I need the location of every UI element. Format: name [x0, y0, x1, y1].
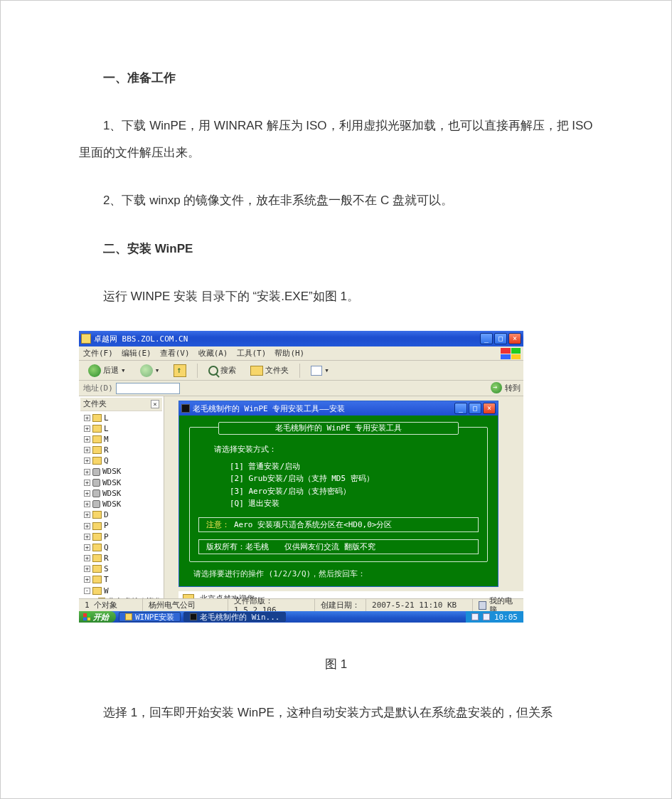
folders-label: 文件夹 — [265, 366, 289, 375]
expand-icon[interactable]: + — [84, 480, 90, 486]
task-label: WINPE安装 — [135, 613, 174, 622]
my-computer-icon — [479, 601, 486, 610]
folders-button[interactable]: 文件夹 — [245, 364, 294, 378]
window-title: 卓越网 BBS.ZOL.COM.CN — [94, 334, 188, 344]
expand-icon[interactable]: + — [84, 415, 90, 421]
tree-item-label: P — [104, 521, 109, 530]
go-button[interactable]: 转到 — [491, 382, 521, 393]
expand-icon[interactable]: + — [84, 523, 90, 529]
tree-item[interactable]: +T — [82, 574, 162, 585]
folder-icon — [92, 533, 102, 541]
installer-maximize-button[interactable]: □ — [469, 403, 481, 414]
folders-icon — [250, 366, 263, 376]
windows-start-icon — [83, 613, 90, 620]
installer-option-1[interactable]: [1] 普通安装/启动 — [230, 460, 479, 473]
tree-item[interactable]: +WDSK — [82, 499, 162, 509]
menu-file[interactable]: 文件(F) — [83, 349, 113, 358]
system-tray[interactable]: 10:05 — [466, 611, 523, 623]
status-objects: 1 个对象 — [79, 599, 143, 611]
folder-tree[interactable]: +L+L+M+R+Q+WDSK+WDSK+WDSK+WDSK+D+P+P+Q+R… — [80, 411, 162, 599]
menu-edit[interactable]: 编辑(E) — [122, 349, 151, 358]
address-label: 地址(D) — [83, 383, 113, 393]
forward-button[interactable]: ▾ — [135, 362, 165, 379]
expand-icon[interactable]: + — [84, 576, 90, 583]
taskbar-item-winpe[interactable]: WINPE安装 — [119, 612, 181, 622]
address-input[interactable] — [116, 383, 180, 394]
tree-item-label: WDSK — [102, 499, 122, 509]
minimize-button[interactable]: _ — [480, 333, 493, 344]
close-button[interactable]: × — [508, 333, 521, 344]
status-version: 文件部版：1.5.2.106 — [228, 599, 315, 611]
expand-icon[interactable]: + — [84, 544, 90, 551]
folder-icon — [92, 511, 102, 519]
expand-icon[interactable]: + — [84, 555, 90, 561]
tree-item[interactable]: +S — [82, 563, 162, 574]
views-button[interactable]: ▾ — [306, 364, 334, 378]
forward-icon — [140, 364, 153, 377]
expand-icon[interactable]: + — [84, 469, 90, 475]
expand-icon[interactable]: + — [84, 490, 90, 497]
console-icon — [181, 404, 190, 413]
tree-item[interactable]: +P — [82, 520, 162, 531]
drive-icon — [92, 490, 100, 497]
tree-item[interactable]: +L — [82, 423, 162, 434]
menu-favorites[interactable]: 收藏(A) — [198, 349, 228, 358]
folder-icon — [92, 425, 102, 433]
back-icon — [88, 364, 101, 377]
tree-item[interactable]: +WDSK — [82, 466, 162, 477]
expand-icon[interactable]: + — [84, 534, 90, 540]
installer-window: 老毛桃制作的 WinPE 专用安装工具——安装 _ □ × 老毛桃制作的 Win… — [178, 401, 498, 587]
sidebar-close-button[interactable]: × — [151, 400, 159, 408]
tree-item[interactable]: +Q — [82, 542, 162, 553]
tree-item[interactable]: +L — [82, 413, 162, 423]
explorer-window: 卓越网 BBS.ZOL.COM.CN _ □ × 文件(F) 编辑(E) 查看(… — [79, 331, 523, 623]
menu-help[interactable]: 帮助(H) — [274, 349, 304, 358]
chevron-down-icon: ▾ — [324, 366, 329, 375]
up-button[interactable] — [169, 362, 191, 379]
expand-icon[interactable]: + — [84, 566, 90, 572]
tree-item[interactable]: +R — [82, 553, 162, 563]
tree-item[interactable]: +Q — [82, 455, 162, 466]
para-3: 运行 WINPE 安装 目录下的 “安装.EXE”如图 1。 — [79, 283, 593, 309]
tree-item-label: WDSK — [102, 489, 122, 498]
para-4: 选择 1，回车即开始安装 WinPE，这种自动安装方式是默认在系统盘安装的，但关… — [79, 699, 593, 726]
folder-icon — [92, 522, 102, 530]
expand-icon[interactable]: + — [84, 436, 90, 443]
installer-close-button[interactable]: × — [483, 403, 496, 414]
chevron-down-icon: ▾ — [121, 366, 126, 375]
installer-option-2[interactable]: [2] Grub安装/启动（支持 MD5 密码） — [230, 472, 479, 485]
back-label: 后退 — [103, 366, 119, 375]
status-ext: 创建日期： — [315, 599, 366, 611]
file-listing[interactable]: 北京卓越欢迎您 — [178, 591, 523, 598]
tree-item[interactable]: +WDSK — [82, 477, 162, 488]
maximize-button[interactable]: □ — [494, 333, 507, 344]
installer-box: 老毛桃制作的 WinPE 专用安装工具 请选择安装方式： [1] 普通安装/启动… — [189, 427, 488, 562]
tree-item[interactable]: +M — [82, 434, 162, 445]
menu-tools[interactable]: 工具(T) — [237, 349, 267, 358]
back-button[interactable]: 后退 ▾ — [83, 362, 131, 379]
tree-item[interactable]: +D — [82, 509, 162, 520]
installer-option-q[interactable]: [Q] 退出安装 — [230, 497, 479, 510]
menu-view[interactable]: 查看(V) — [160, 349, 190, 358]
expand-icon[interactable]: + — [84, 501, 90, 507]
collapse-icon[interactable]: - — [84, 588, 90, 594]
expand-icon[interactable]: + — [84, 457, 90, 464]
installer-option-3[interactable]: [3] Aero安装/启动（支持密码） — [230, 485, 479, 498]
para-1: 1、下载 WinPE，用 WINRAR 解压为 ISO，利用虚拟光驱加载，也可以… — [79, 112, 593, 166]
search-button[interactable]: 搜索 — [203, 364, 241, 378]
tree-item-label: WDSK — [102, 478, 122, 487]
tree-item[interactable]: +P — [82, 531, 162, 542]
tree-item[interactable]: +WDSK — [82, 488, 162, 499]
heading-install: 二、安装 WinPE — [79, 236, 593, 262]
expand-icon[interactable]: + — [84, 512, 90, 518]
tree-item[interactable]: -W — [82, 586, 162, 596]
installer-select-label: 请选择安装方式： — [214, 445, 479, 454]
expand-icon[interactable]: + — [84, 447, 90, 453]
tree-item[interactable]: +R — [82, 445, 162, 455]
expand-icon[interactable]: + — [84, 425, 90, 432]
folder-icon — [92, 587, 102, 595]
folder-icon — [92, 565, 102, 573]
taskbar-item-installer[interactable]: 老毛桃制作的 Win... — [183, 612, 286, 622]
start-button[interactable]: 开始 — [79, 611, 116, 623]
installer-minimize-button[interactable]: _ — [454, 403, 467, 414]
